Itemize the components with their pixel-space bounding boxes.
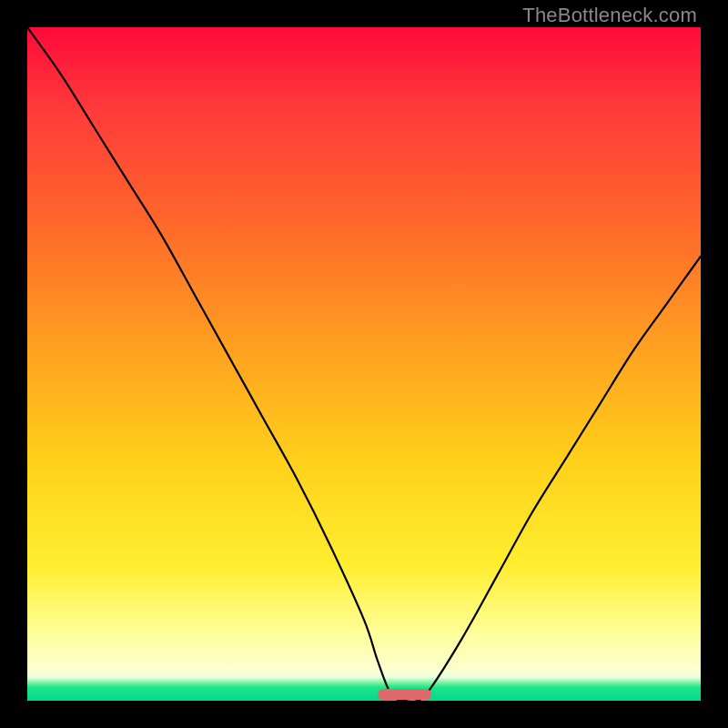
chart-frame: TheBottleneck.com bbox=[0, 0, 728, 728]
optimal-range-marker bbox=[378, 689, 431, 700]
bottleneck-curve bbox=[27, 27, 701, 701]
curve-path bbox=[27, 27, 701, 702]
plot-area bbox=[27, 27, 701, 701]
watermark-text: TheBottleneck.com bbox=[522, 4, 697, 27]
